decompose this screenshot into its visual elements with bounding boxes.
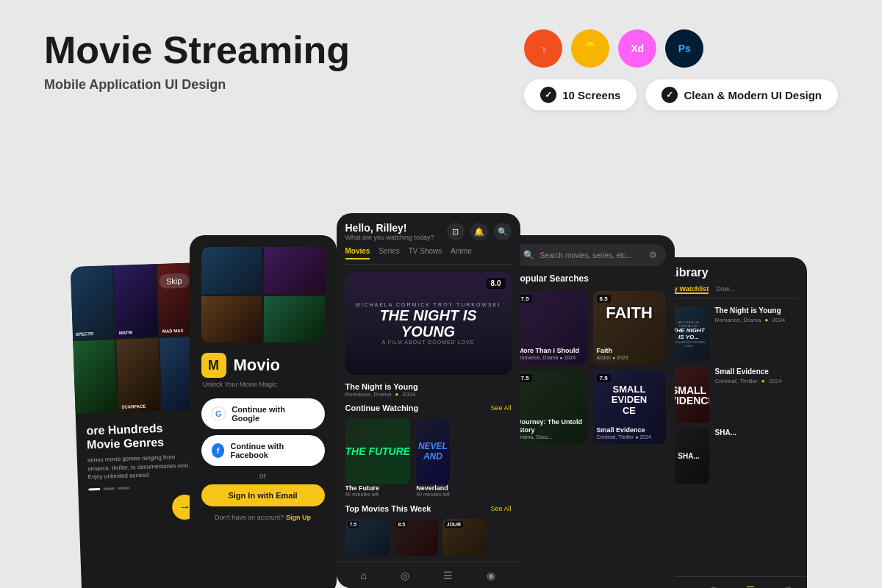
tab-series[interactable]: Series [379, 247, 399, 259]
future-title: THE FUTURE [345, 446, 411, 456]
google-btn-label: Continue with Google [232, 405, 314, 423]
movio-name: Movio [234, 356, 281, 375]
see-all-continue[interactable]: See All [490, 404, 511, 412]
ps-icon: Ps [665, 29, 703, 68]
poster-5: SCARFACE [116, 338, 160, 412]
or-divider: or [201, 472, 325, 480]
bookmark-nav-icon[interactable]: ☰ [443, 570, 453, 581]
movie-info-row: The Night is Young Romance, Drama ● 2024 [345, 382, 512, 398]
google-icon: G [212, 406, 226, 421]
xd-icon: Xd [618, 29, 656, 68]
featured-tagline: A FILM ABOUT DOOMED LOVE [382, 340, 475, 345]
home-nav-icon[interactable]: ⌂ [361, 570, 367, 581]
check-icon-1: ✓ [540, 87, 556, 103]
dot-2 [103, 487, 115, 490]
top-movie-1[interactable]: 7.5 [345, 519, 390, 556]
library-header: Library [669, 266, 798, 279]
login-poster-3 [201, 296, 262, 343]
phone-home-inner: Hello, Rilley! What are you watching tod… [337, 213, 520, 588]
greeting-text: Hello, Rilley! [345, 222, 434, 234]
tab-anime[interactable]: Anime [451, 247, 471, 259]
library-bottom-nav: ⌂ ◎ ☰ ◉ [660, 576, 807, 588]
home-header: Hello, Rilley! What are you watching tod… [345, 222, 512, 241]
search-card-4[interactable]: 7.5 SMALLEVIDENCE Small Evidence Crimina… [593, 370, 666, 444]
tab-watchlist[interactable]: My Watchlist [669, 285, 709, 294]
featured-score: 8.0 [487, 278, 506, 289]
search-icon[interactable]: 🔍 [494, 223, 512, 240]
search-results-grid: 7.5 More Than I Should Romance, Drama ● … [514, 291, 666, 444]
login-poster-grid [201, 247, 325, 343]
lib-home-icon[interactable]: ⌂ [674, 584, 680, 588]
genre-subtext: arious movie genres ranging from omance,… [87, 453, 196, 481]
lib-compass-icon[interactable]: ◎ [709, 584, 717, 588]
greeting-block: Hello, Rilley! What are you watching tod… [345, 222, 434, 241]
lib-item-2: SMALLEVIDENCE Small Evidence Criminal, T… [669, 368, 798, 423]
search-bar[interactable]: 🔍 Search movies, series, etc... ⚙ [514, 244, 666, 266]
featured-title: THE NIGHT IS YOUNG [353, 307, 504, 340]
lib-bookmark-icon[interactable]: ☰ [746, 584, 755, 588]
compass-nav-icon[interactable]: ◎ [401, 570, 409, 581]
facebook-auth-button[interactable]: f Continue with Facebook [201, 435, 325, 466]
header-icons: ⊡ 🔔 🔍 [447, 223, 512, 240]
header-section: Movie Streaming Mobile Application UI De… [0, 0, 882, 125]
dot-3 [118, 487, 129, 490]
right-header: Xd Ps ✓ 10 Screens ✓ Clean & Modern UI D… [509, 29, 838, 110]
tab-downloads[interactable]: Dow... [716, 285, 734, 294]
design-badge: ✓ Clean & Modern UI Design [645, 79, 838, 110]
design-badge-label: Clean & Modern UI Design [684, 89, 822, 101]
sg-score-2: 8.5 [597, 295, 611, 303]
tm-score-3: JOUR [445, 521, 463, 528]
featured-movie-card[interactable]: MICHAELA CORMICK TROY TURKOWSKI THE NIGH… [345, 272, 512, 375]
cw-time-1: 40 minutes left [345, 492, 411, 497]
cw-card-future[interactable]: THE FUTURE [345, 418, 411, 484]
movie-details: The Night is Young Romance, Drama ● 2024 [345, 382, 418, 398]
login-poster-1 [201, 247, 262, 294]
evidence-title: SMALLEVIDENCE [612, 384, 647, 416]
poster-4 [73, 340, 117, 414]
genre-tabs: Movies Series TV Shows Anime [345, 247, 512, 265]
continue-watching-row: THE FUTURE The Future 40 minutes left NE… [345, 418, 512, 497]
top-movie-2[interactable]: 8.5 [394, 519, 438, 556]
page-title: Movie Streaming [44, 29, 350, 71]
cast-icon[interactable]: ⊡ [447, 223, 465, 240]
cw-label-2: Neverland [416, 484, 450, 492]
email-signin-button[interactable]: Sign In with Email [201, 484, 325, 506]
notification-icon[interactable]: 🔔 [470, 223, 488, 240]
search-card-3[interactable]: 7.5 Journey: The Untold Story Drama, Doc… [514, 370, 587, 444]
lib-meta-1: Romance, Drama ● 2024 [715, 317, 798, 323]
tab-tvshows[interactable]: TV Shows [409, 247, 442, 259]
google-auth-button[interactable]: G Continue with Google [201, 398, 325, 429]
skip-button[interactable]: Skip [158, 273, 189, 289]
library-list: MICHAELA CORMICK THE NIGHT IS YO... A FI… [669, 306, 798, 484]
search-input[interactable]: Search movies, series, etc... [540, 251, 643, 259]
dot-1 [88, 488, 100, 491]
lib-profile-icon[interactable]: ◉ [784, 584, 792, 588]
search-card-1[interactable]: 7.5 More Than I Should Romance, Drama ● … [514, 291, 587, 365]
top-movie-3[interactable]: JOUR [442, 519, 487, 556]
lib-title-1: The Night is Young [715, 306, 798, 315]
sg-score-4: 7.5 [597, 374, 611, 382]
tab-movies[interactable]: Movies [345, 247, 370, 259]
poster-2: MATRI [113, 264, 157, 338]
cw-time-2: 40 minutes left [416, 492, 450, 497]
lib-info-2: Small Evidence Criminal, Thriller ● 2024 [715, 368, 798, 384]
movio-tagline: Unlock Your Movie Magic [203, 381, 325, 388]
faith-title: FAITH [606, 305, 653, 321]
top-movies-title: Top Movies This Week [345, 504, 431, 513]
cw-card-neverland[interactable]: NEVELAND [416, 418, 450, 484]
filter-icon[interactable]: ⚙ [649, 250, 657, 260]
dots-nav [88, 484, 196, 490]
signup-prompt: Don't have an account? Sign Up [201, 514, 325, 521]
sg-name-4: Small Evidence Criminal, Thriller ● 2024 [597, 426, 662, 440]
phone-login: M Movio Unlock Your Movie Magic G Contin… [190, 235, 337, 588]
cw-item-2: NEVELAND Neverland 40 minutes left [416, 418, 450, 497]
tool-icons: Xd Ps [524, 29, 703, 68]
search-card-2[interactable]: 8.5 FAITH Faith Action ● 2023 [593, 291, 666, 365]
lib-poster-evidence: SMALLEVIDENCE [669, 368, 709, 423]
phone-library: Library My Watchlist Dow... MICHAELA COR… [660, 257, 807, 588]
signup-link[interactable]: Sign Up [286, 514, 311, 521]
profile-nav-icon[interactable]: ◉ [487, 570, 495, 581]
see-all-top[interactable]: See All [490, 505, 511, 512]
top-movies-header: Top Movies This Week See All [345, 504, 512, 513]
facebook-icon: f [212, 443, 225, 458]
